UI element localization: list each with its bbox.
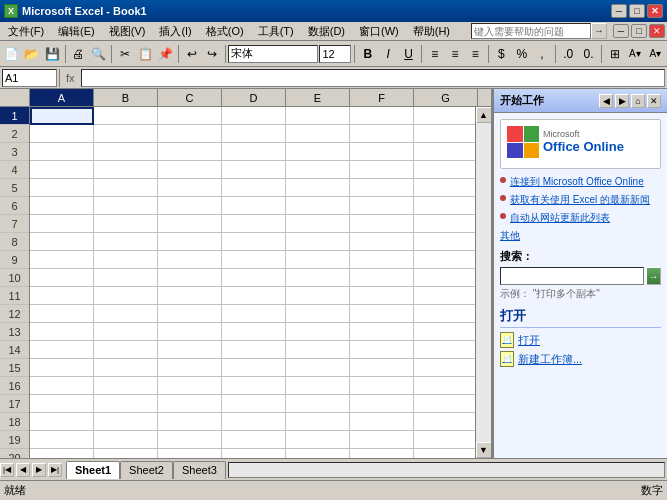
cell-C4[interactable] <box>158 161 222 179</box>
cell-G11[interactable] <box>414 287 475 305</box>
cell-E11[interactable] <box>286 287 350 305</box>
maximize-button[interactable]: □ <box>629 4 645 18</box>
link-connect[interactable]: 连接到 Microsoft Office Online <box>500 175 661 189</box>
sheet-tab-3[interactable]: Sheet3 <box>173 461 226 479</box>
cell-F20[interactable] <box>350 449 414 458</box>
menu-view[interactable]: 视图(V) <box>103 22 152 41</box>
cell-B12[interactable] <box>94 305 158 323</box>
cell-D7[interactable] <box>222 215 286 233</box>
cell-F16[interactable] <box>350 377 414 395</box>
currency-button[interactable]: $ <box>492 43 511 65</box>
copy-button[interactable]: 📋 <box>136 43 155 65</box>
cell-F1[interactable] <box>350 107 414 125</box>
name-box[interactable]: A1 <box>2 69 57 87</box>
cell-C8[interactable] <box>158 233 222 251</box>
tab-last-button[interactable]: ▶| <box>48 463 62 477</box>
row-num-11[interactable]: 11 <box>0 287 29 305</box>
cell-G1[interactable] <box>414 107 475 125</box>
cut-button[interactable]: ✂ <box>115 43 134 65</box>
cell-E8[interactable] <box>286 233 350 251</box>
cell-A6[interactable] <box>30 197 94 215</box>
cell-A15[interactable] <box>30 359 94 377</box>
cell-E12[interactable] <box>286 305 350 323</box>
cell-G20[interactable] <box>414 449 475 458</box>
cell-F19[interactable] <box>350 431 414 449</box>
cell-C15[interactable] <box>158 359 222 377</box>
cell-B16[interactable] <box>94 377 158 395</box>
row-num-19[interactable]: 19 <box>0 431 29 449</box>
menu-data[interactable]: 数据(D) <box>302 22 351 41</box>
cell-E6[interactable] <box>286 197 350 215</box>
link-update[interactable]: 自动从网站更新此列表 <box>500 211 661 225</box>
percent-button[interactable]: % <box>512 43 531 65</box>
row-num-1[interactable]: 1 <box>0 107 29 125</box>
cell-E20[interactable] <box>286 449 350 458</box>
row-num-8[interactable]: 8 <box>0 233 29 251</box>
paste-button[interactable]: 📌 <box>156 43 175 65</box>
decrease-decimal-button[interactable]: 0. <box>579 43 598 65</box>
cell-E16[interactable] <box>286 377 350 395</box>
align-center-button[interactable]: ≡ <box>445 43 464 65</box>
row-num-15[interactable]: 15 <box>0 359 29 377</box>
close-button[interactable]: ✕ <box>647 4 663 18</box>
task-pane-close-button[interactable]: ✕ <box>647 94 661 108</box>
col-header-d[interactable]: D <box>222 89 286 106</box>
cell-D8[interactable] <box>222 233 286 251</box>
cell-A17[interactable] <box>30 395 94 413</box>
cell-F3[interactable] <box>350 143 414 161</box>
cell-G16[interactable] <box>414 377 475 395</box>
cell-G2[interactable] <box>414 125 475 143</box>
menu-restore-button[interactable]: □ <box>631 24 647 38</box>
sheet-tab-2[interactable]: Sheet2 <box>120 461 173 479</box>
cell-B14[interactable] <box>94 341 158 359</box>
cell-F7[interactable] <box>350 215 414 233</box>
cell-F10[interactable] <box>350 269 414 287</box>
menu-help[interactable]: 帮助(H) <box>407 22 456 41</box>
row-num-14[interactable]: 14 <box>0 341 29 359</box>
cell-E10[interactable] <box>286 269 350 287</box>
menu-insert[interactable]: 插入(I) <box>153 22 197 41</box>
cell-E1[interactable] <box>286 107 350 125</box>
cell-G9[interactable] <box>414 251 475 269</box>
cell-G13[interactable] <box>414 323 475 341</box>
row-num-20[interactable]: 20 <box>0 449 29 458</box>
cell-C2[interactable] <box>158 125 222 143</box>
cell-C17[interactable] <box>158 395 222 413</box>
cell-E7[interactable] <box>286 215 350 233</box>
cell-D20[interactable] <box>222 449 286 458</box>
cell-C10[interactable] <box>158 269 222 287</box>
borders-button[interactable]: ⊞ <box>605 43 624 65</box>
cell-D3[interactable] <box>222 143 286 161</box>
row-num-2[interactable]: 2 <box>0 125 29 143</box>
cell-D18[interactable] <box>222 413 286 431</box>
cell-B13[interactable] <box>94 323 158 341</box>
preview-button[interactable]: 🔍 <box>89 43 108 65</box>
menu-tools[interactable]: 工具(T) <box>252 22 300 41</box>
cell-E14[interactable] <box>286 341 350 359</box>
cell-C13[interactable] <box>158 323 222 341</box>
cell-B7[interactable] <box>94 215 158 233</box>
tab-first-button[interactable]: |◀ <box>0 463 14 477</box>
menu-edit[interactable]: 编辑(E) <box>52 22 101 41</box>
cell-D12[interactable] <box>222 305 286 323</box>
cell-C18[interactable] <box>158 413 222 431</box>
font-name-input[interactable] <box>228 45 318 63</box>
italic-button[interactable]: I <box>379 43 398 65</box>
menu-format[interactable]: 格式(O) <box>200 22 250 41</box>
col-header-g[interactable]: G <box>414 89 478 106</box>
save-button[interactable]: 💾 <box>43 43 62 65</box>
cell-D5[interactable] <box>222 179 286 197</box>
cell-C11[interactable] <box>158 287 222 305</box>
row-num-6[interactable]: 6 <box>0 197 29 215</box>
cell-C16[interactable] <box>158 377 222 395</box>
cell-B8[interactable] <box>94 233 158 251</box>
cell-A3[interactable] <box>30 143 94 161</box>
comma-button[interactable]: , <box>532 43 551 65</box>
cell-B5[interactable] <box>94 179 158 197</box>
cell-A14[interactable] <box>30 341 94 359</box>
cell-C3[interactable] <box>158 143 222 161</box>
cell-B11[interactable] <box>94 287 158 305</box>
cell-E18[interactable] <box>286 413 350 431</box>
cell-A18[interactable] <box>30 413 94 431</box>
help-search-button[interactable]: → <box>591 23 607 39</box>
